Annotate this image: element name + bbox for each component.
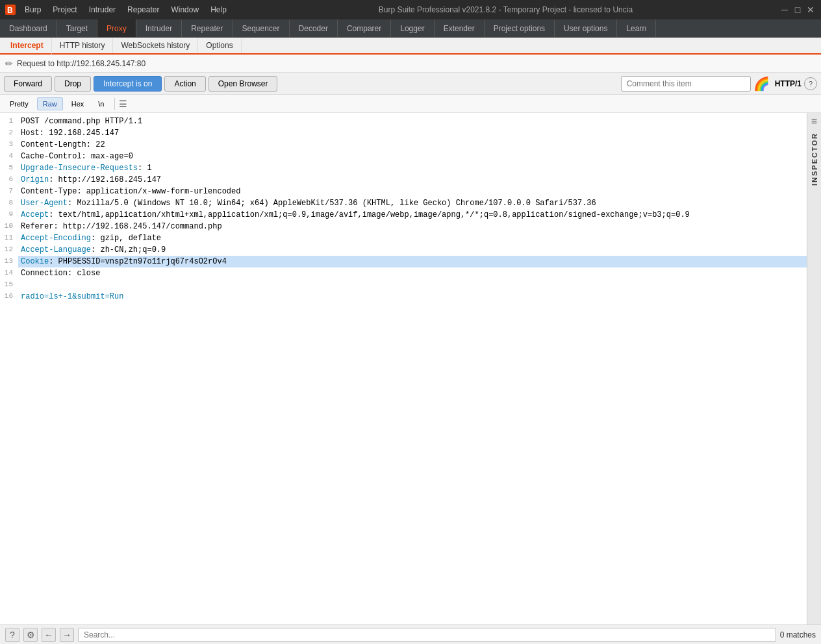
status-forward-icon[interactable]: → — [60, 628, 74, 642]
menu-repeater[interactable]: Repeater — [122, 4, 164, 16]
tab-decoder[interactable]: Decoder — [290, 19, 338, 37]
subtab-options[interactable]: Options — [198, 38, 241, 53]
pencil-icon: ✏ — [5, 58, 13, 69]
tab-proxy[interactable]: Proxy — [97, 19, 136, 37]
format-menu-icon[interactable]: ☰ — [119, 99, 127, 109]
code-line-13: 13Cookie: PHPSESSID=vnsp2tn97o11rjq67r4s… — [0, 256, 807, 267]
line-content: Referer: http://192.168.245.147/command.… — [18, 221, 807, 232]
window-controls: ─ □ ✕ — [779, 5, 816, 15]
line-number: 6 — [0, 174, 18, 186]
line-number: 5 — [0, 162, 18, 174]
search-input[interactable] — [78, 628, 776, 642]
code-line-4: 4Cache-Control: max-age=0 — [0, 151, 807, 162]
request-url-bar: ✏ Request to http://192.168.245.147:80 — [0, 55, 821, 73]
inspector-label[interactable]: INSPECTOR — [811, 127, 818, 191]
code-line-7: 7Content-Type: application/x-www-form-ur… — [0, 186, 807, 197]
tab-project-options[interactable]: Project options — [485, 19, 555, 37]
status-back-icon[interactable]: ← — [42, 628, 56, 642]
menu-project[interactable]: Project — [47, 4, 82, 16]
menu-help[interactable]: Help — [205, 4, 232, 16]
line-content: Upgrade-Insecure-Requests: 1 — [18, 162, 807, 174]
tab-user-options[interactable]: User options — [555, 19, 617, 37]
app-title: Burp Suite Professional v2021.8.2 - Temp… — [379, 5, 633, 14]
tab-intruder[interactable]: Intruder — [136, 19, 182, 37]
forward-button[interactable]: Forward — [4, 76, 52, 92]
code-line-2: 2Host: 192.168.245.147 — [0, 127, 807, 139]
line-content: Accept-Language: zh-CN,zh;q=0.9 — [18, 244, 807, 256]
toolbar: Forward Drop Intercept is on Action Open… — [0, 73, 821, 95]
format-bar: Pretty Raw Hex \n ☰ — [0, 95, 821, 113]
content-area: 1POST /command.php HTTP/1.12Host: 192.16… — [0, 113, 821, 625]
line-number: 3 — [0, 139, 18, 151]
maximize-button[interactable]: □ — [792, 5, 803, 15]
title-bar-menus: Burp Project Intruder Repeater Window He… — [19, 4, 232, 16]
tab-sequencer[interactable]: Sequencer — [233, 19, 290, 37]
status-help-icon[interactable]: ? — [5, 628, 19, 642]
help-icon[interactable]: ? — [804, 77, 817, 90]
code-line-14: 14Connection: close — [0, 267, 807, 279]
line-number: 4 — [0, 151, 18, 162]
title-bar-left: B Burp Project Intruder Repeater Window … — [5, 4, 232, 16]
menu-burp[interactable]: Burp — [19, 4, 46, 16]
burp-icon: B — [5, 5, 16, 15]
tab-comparer[interactable]: Comparer — [338, 19, 391, 37]
line-number: 11 — [0, 232, 18, 244]
line-number: 13 — [0, 256, 18, 267]
line-content: Origin: http://192.168.245.147 — [18, 174, 807, 186]
tab-target[interactable]: Target — [57, 19, 97, 37]
subtab-intercept[interactable]: Intercept — [3, 38, 52, 55]
intercept-toggle-button[interactable]: Intercept is on — [94, 76, 162, 92]
burp-logo-icon: 🌈 — [753, 76, 770, 92]
comment-input[interactable] — [621, 76, 751, 92]
line-number: 9 — [0, 209, 18, 221]
line-content — [18, 279, 807, 291]
line-content: Cookie: PHPSESSID=vnsp2tn97o11rjq67r4sO2… — [18, 256, 807, 267]
tab-learn[interactable]: Learn — [617, 19, 656, 37]
main-nav: Dashboard Target Proxy Intruder Repeater… — [0, 19, 821, 38]
line-number: 7 — [0, 186, 18, 197]
drop-button[interactable]: Drop — [55, 76, 91, 92]
line-number: 2 — [0, 127, 18, 139]
format-ln-button[interactable]: \n — [92, 97, 110, 110]
subtab-http-history[interactable]: HTTP history — [52, 38, 114, 53]
code-line-6: 6Origin: http://192.168.245.147 — [0, 174, 807, 186]
format-hex-button[interactable]: Hex — [66, 97, 90, 110]
title-bar: B Burp Project Intruder Repeater Window … — [0, 0, 821, 19]
code-line-11: 11Accept-Encoding: gzip, deflate — [0, 232, 807, 244]
line-content: radio=ls+-1&submit=Run — [18, 291, 807, 303]
code-line-12: 12Accept-Language: zh-CN,zh;q=0.9 — [0, 244, 807, 256]
status-bar: ? ⚙ ← → 0 matches — [0, 625, 821, 644]
status-settings-icon[interactable]: ⚙ — [23, 628, 38, 642]
line-content: Content-Type: application/x-www-form-url… — [18, 186, 807, 197]
subtab-websockets-history[interactable]: WebSockets history — [113, 38, 198, 53]
tab-repeater[interactable]: Repeater — [182, 19, 233, 37]
search-container — [78, 628, 776, 642]
open-browser-button[interactable]: Open Browser — [208, 76, 278, 92]
tab-extender[interactable]: Extender — [435, 19, 485, 37]
line-content: Content-Length: 22 — [18, 139, 807, 151]
matches-count: 0 matches — [780, 630, 816, 639]
line-content: Accept-Encoding: gzip, deflate — [18, 232, 807, 244]
minimize-button[interactable]: ─ — [779, 5, 790, 15]
tab-dashboard[interactable]: Dashboard — [0, 19, 57, 37]
line-content: Cache-Control: max-age=0 — [18, 151, 807, 162]
code-line-10: 10Referer: http://192.168.245.147/comman… — [0, 221, 807, 232]
request-url: Request to http://192.168.245.147:80 — [17, 59, 145, 68]
code-line-9: 9Accept: text/html,application/xhtml+xml… — [0, 209, 807, 221]
svg-text:B: B — [7, 6, 13, 15]
tab-logger[interactable]: Logger — [391, 19, 434, 37]
code-line-5: 5Upgrade-Insecure-Requests: 1 — [0, 162, 807, 174]
code-line-15: 15 — [0, 279, 807, 291]
line-content: Connection: close — [18, 267, 807, 279]
format-raw-button[interactable]: Raw — [37, 97, 63, 110]
format-pretty-button[interactable]: Pretty — [4, 97, 34, 110]
code-editor[interactable]: 1POST /command.php HTTP/1.12Host: 192.16… — [0, 113, 807, 625]
menu-intruder[interactable]: Intruder — [84, 4, 121, 16]
menu-window[interactable]: Window — [166, 4, 204, 16]
inspector-panel: ≡ INSPECTOR — [807, 113, 821, 625]
inspector-lines-icon[interactable]: ≡ — [811, 116, 817, 127]
close-button[interactable]: ✕ — [805, 5, 816, 15]
line-number: 16 — [0, 291, 18, 303]
line-content: Host: 192.168.245.147 — [18, 127, 807, 139]
action-button[interactable]: Action — [164, 76, 205, 92]
